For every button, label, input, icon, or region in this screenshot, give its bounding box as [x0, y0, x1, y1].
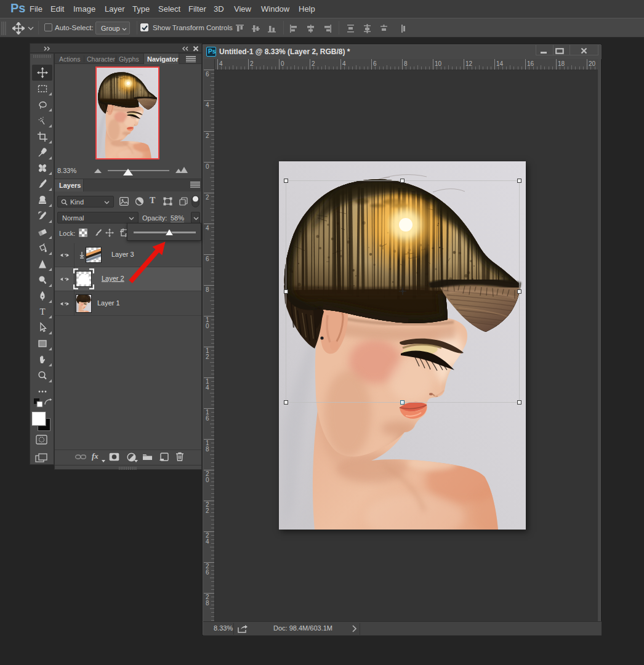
svg-text:T: T — [39, 307, 45, 316]
